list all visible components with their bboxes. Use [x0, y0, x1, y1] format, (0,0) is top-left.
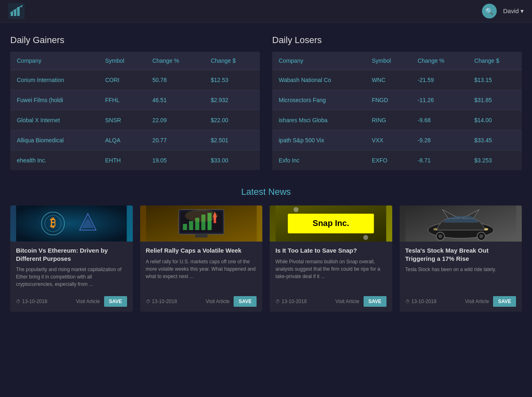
news-title: Latest News [10, 187, 522, 197]
svg-point-37 [479, 234, 483, 238]
save-article-button[interactable]: SAVE [104, 296, 127, 307]
search-button[interactable]: 🔍 [482, 4, 497, 18]
news-card-footer: ⏱ 13-10-2018 Visit Article SAVE [275, 293, 386, 307]
news-card-body: Tesla's Stock May Break Out Triggering a… [400, 242, 522, 312]
news-card-title: Relief Rally Caps a Volatile Week [146, 246, 257, 255]
change-pct-cell: -8.71 [411, 151, 468, 171]
symbol-cell: VXX [365, 130, 411, 151]
change-dollar-cell: $2.501 [204, 130, 260, 151]
table-row: ishares Msci Globa RING -9.68 $14.00 [272, 110, 522, 130]
save-article-button[interactable]: SAVE [493, 296, 516, 307]
news-card-description: The popularity and rising market capital… [16, 266, 127, 288]
svg-point-36 [438, 234, 442, 238]
clock-icon: ⏱ [146, 299, 150, 304]
clock-icon: ⏱ [275, 299, 280, 304]
change-pct-cell: -9.28 [411, 130, 468, 151]
svg-rect-16 [195, 234, 207, 237]
gainers-col-change-pct: Change % [146, 52, 205, 70]
news-date: ⏱ 13-10-2018 [16, 299, 47, 304]
symbol-cell: FFHL [98, 90, 146, 110]
change-pct-cell: 22.09 [146, 110, 205, 130]
change-dollar-cell: $14.00 [468, 110, 522, 130]
change-pct-cell: -9.68 [411, 110, 468, 130]
news-card-footer: ⏱ 13-10-2018 Visit Article SAVE [16, 293, 127, 307]
daily-losers-section: Daily Losers Company Symbol Change % Cha… [272, 35, 522, 170]
change-pct-cell: -11.26 [411, 90, 468, 110]
news-date: ⏱ 13-10-2018 [146, 299, 177, 304]
news-card-body: Is It Too Late to Save Snap? While Pivot… [270, 242, 392, 312]
news-card-image [140, 205, 263, 242]
news-card-title: Tesla's Stock May Break Out Triggering a… [405, 246, 516, 262]
clock-icon: ⏱ [405, 299, 410, 304]
svg-point-26 [185, 210, 218, 222]
company-cell: ipath S&p 500 Vix [272, 130, 365, 151]
table-row: Wabash National Co WNC -21.59 $13.15 [272, 70, 522, 90]
change-pct-cell: 46.51 [146, 90, 205, 110]
daily-losers-title: Daily Losers [272, 35, 522, 46]
header: 🔍 David ▾ [0, 0, 532, 23]
table-row: Exfo Inc EXFO -8.71 $3.253 [272, 151, 522, 171]
news-card-image: Snap Inc. [270, 205, 392, 242]
main-content: Daily Gainers Company Symbol Change % Ch… [0, 23, 532, 320]
news-card-description: While Pivotal remains bullish on Snap ov… [275, 258, 386, 288]
change-pct-cell: 19.05 [146, 151, 205, 171]
news-card-body: Relief Rally Caps a Volatile Week A reli… [140, 242, 263, 312]
logo-icon [8, 3, 25, 19]
change-dollar-cell: $33.45 [468, 130, 522, 151]
svg-text:Snap Inc.: Snap Inc. [313, 219, 349, 228]
news-card-description: A relief rally for U.S. markets caps off… [146, 258, 257, 288]
table-row: Microsectors Fang FNGD -11.26 $31.85 [272, 90, 522, 110]
company-cell: Corium Internation [10, 70, 98, 90]
table-row: Global X Internet SNSR 22.09 $22.00 [10, 110, 260, 130]
news-date: ⏱ 13-10-2018 [275, 299, 307, 304]
clock-icon: ⏱ [16, 299, 20, 304]
losers-header-row: Company Symbol Change % Change $ [272, 52, 522, 70]
news-card: ₿ Bitcoin Vs Ethereum: Driven by Differe… [10, 205, 133, 312]
news-card: Relief Rally Caps a Volatile Week A reli… [140, 205, 263, 312]
company-cell: ehealth Inc. [10, 151, 98, 171]
daily-gainers-section: Daily Gainers Company Symbol Change % Ch… [10, 35, 260, 170]
search-icon: 🔍 [485, 7, 493, 15]
visit-article-link[interactable]: Visit Article [76, 299, 100, 304]
svg-point-30 [293, 207, 298, 212]
change-pct-cell: 50.78 [146, 70, 205, 90]
symbol-cell: ALQA [98, 130, 146, 151]
change-dollar-cell: $12.53 [204, 70, 260, 90]
change-dollar-cell: $22.00 [204, 110, 260, 130]
save-article-button[interactable]: SAVE [364, 296, 386, 307]
symbol-cell: RING [365, 110, 411, 130]
news-card: Tesla's Stock May Break Out Triggering a… [400, 205, 522, 312]
company-cell: Exfo Inc [272, 151, 365, 171]
company-cell: Global X Internet [10, 110, 98, 130]
svg-rect-5 [16, 205, 127, 242]
symbol-cell: EXFO [365, 151, 411, 171]
table-row: ipath S&p 500 Vix VXX -9.28 $33.45 [272, 130, 522, 151]
change-dollar-cell: $2.932 [204, 90, 260, 110]
svg-point-31 [363, 235, 368, 240]
visit-article-link[interactable]: Visit Article [206, 299, 230, 304]
symbol-cell: FNGD [365, 90, 411, 110]
visit-article-link[interactable]: Visit Article [335, 299, 359, 304]
losers-col-change-pct: Change % [411, 52, 468, 70]
news-card-footer: ⏱ 13-10-2018 Visit Article SAVE [146, 293, 257, 307]
visit-article-link[interactable]: Visit Article [465, 299, 489, 304]
losers-table: Company Symbol Change % Change $ Wabash … [272, 52, 522, 170]
gainers-col-symbol: Symbol [98, 52, 146, 70]
losers-col-symbol: Symbol [365, 52, 411, 70]
symbol-cell: CORI [98, 70, 146, 90]
news-card-image [400, 205, 522, 242]
change-dollar-cell: $3.253 [468, 151, 522, 171]
news-date: ⏱ 13-10-2018 [405, 299, 437, 304]
news-card-title: Is It Too Late to Save Snap? [275, 246, 386, 255]
table-row: Fuwei Films (holdi FFHL 46.51 $2.932 [10, 90, 260, 110]
company-cell: Wabash National Co [272, 70, 365, 90]
symbol-cell: WNC [365, 70, 411, 90]
change-dollar-cell: $31.85 [468, 90, 522, 110]
news-section: Latest News ₿ Bitcoin Vs Ethereum: Drive… [10, 187, 522, 312]
user-menu[interactable]: David ▾ [503, 7, 524, 15]
table-row: ehealth Inc. EHTH 19.05 $33.00 [10, 151, 260, 171]
losers-col-change-dollar: Change $ [468, 52, 522, 70]
symbol-cell: EHTH [98, 151, 146, 171]
news-card-body: Bitcoin Vs Ethereum: Driven by Different… [10, 242, 133, 312]
save-article-button[interactable]: SAVE [234, 296, 257, 307]
